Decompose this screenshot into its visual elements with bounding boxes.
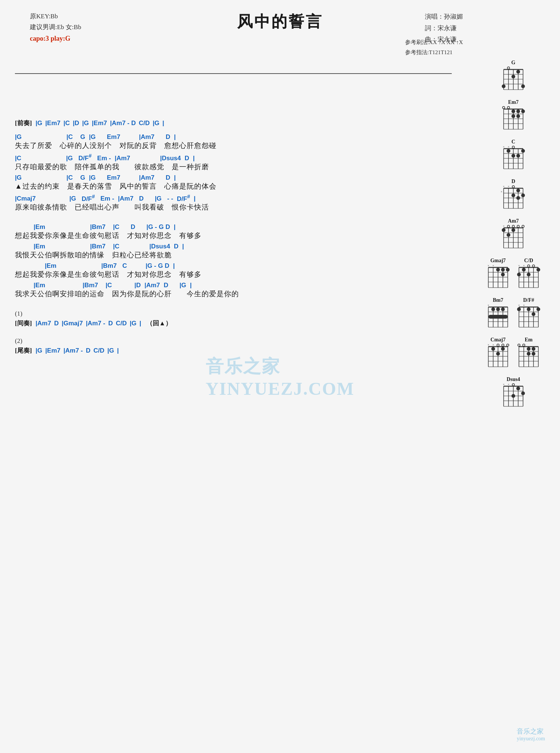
chord-line: |G |C G |G Em7 |Am7 D | bbox=[15, 174, 454, 182]
chord: C/D bbox=[139, 120, 150, 127]
svg-point-100 bbox=[501, 273, 505, 276]
chord: |G bbox=[35, 120, 42, 127]
svg-point-66 bbox=[516, 196, 520, 200]
chord: |Em bbox=[34, 282, 45, 289]
svg-point-27 bbox=[511, 109, 515, 113]
chord-grid-Gmaj7: × × bbox=[485, 264, 511, 291]
svg-point-98 bbox=[501, 268, 505, 272]
chord: |Bm7 bbox=[83, 282, 98, 289]
chord: |Bm7 bbox=[90, 243, 106, 250]
strum-info: 参考刷法:XX ↑X XX ↑X 参考指法:T121T121 bbox=[405, 37, 463, 58]
site-name-cn: 音乐之家 bbox=[517, 727, 545, 736]
lyrics: 我求天公伯啊安排咱的运命 因为你是阮的心肝 今生的爱是你的 bbox=[15, 289, 454, 299]
svg-point-29 bbox=[511, 114, 515, 118]
chord: | bbox=[190, 282, 192, 289]
chord-name-G: G bbox=[511, 60, 516, 66]
chord-grid-Em7 bbox=[500, 106, 527, 133]
chord: D bbox=[166, 174, 170, 182]
svg-point-63 bbox=[511, 193, 515, 197]
svg-point-181 bbox=[532, 347, 535, 351]
svg-point-115 bbox=[522, 268, 526, 272]
chord: |G bbox=[15, 174, 22, 182]
chord: |D bbox=[73, 120, 79, 127]
chord: |G bbox=[69, 195, 76, 202]
intro-line: [前奏] |G |Em7 |C |D |G |Em7 |Am7 - D C/D … bbox=[15, 119, 454, 127]
chord-line: |Cmaj7 |G D/F# Em - |Am7 D |G - - D/F# | bbox=[15, 193, 454, 203]
svg-point-183 bbox=[532, 352, 535, 356]
chord: |Am7 bbox=[139, 133, 155, 141]
chord-grid-Am7: × bbox=[500, 225, 527, 252]
chord-name-DFsharp: D/F# bbox=[523, 297, 534, 303]
chord: |Am7 - bbox=[86, 320, 105, 327]
chord-grid-Dsus4: × × bbox=[500, 383, 527, 410]
svg-point-68 bbox=[507, 225, 510, 227]
chord: |Bm7 bbox=[90, 223, 106, 231]
chord: |C bbox=[63, 120, 70, 127]
chord-name-C: C bbox=[511, 139, 515, 145]
chord: |Em bbox=[34, 223, 45, 231]
chord: | bbox=[162, 120, 164, 127]
chord: | bbox=[117, 347, 119, 354]
chord-line: |G |C G |G Em7 |Am7 D | bbox=[15, 133, 454, 141]
interlude-line: [间奏] |Am7 D |Gmaj7 |Am7 - D C/D |G | （回▲… bbox=[15, 319, 454, 328]
chord: |Am7 - D bbox=[110, 120, 136, 127]
chord-diagram-DFsharp: D/F# × × bbox=[515, 297, 542, 331]
svg-point-165 bbox=[491, 347, 495, 351]
svg-rect-130 bbox=[488, 315, 508, 319]
song-title: 风中的誓言 bbox=[15, 11, 545, 32]
chord: |C bbox=[66, 174, 73, 182]
chord: D bbox=[86, 347, 90, 354]
chord-name-Am7: Am7 bbox=[508, 218, 519, 224]
svg-point-99 bbox=[506, 268, 510, 272]
chord-name-Bm7: Bm7 bbox=[493, 297, 503, 303]
chord: D bbox=[108, 320, 113, 327]
svg-point-167 bbox=[501, 347, 505, 351]
chord: |G bbox=[130, 320, 137, 327]
svg-point-116 bbox=[536, 268, 540, 272]
svg-point-65 bbox=[521, 193, 525, 197]
svg-point-83 bbox=[511, 228, 515, 232]
svg-point-131 bbox=[491, 307, 495, 311]
chord: C/D bbox=[93, 347, 104, 354]
chord: |Dsus4 bbox=[160, 155, 181, 162]
svg-point-168 bbox=[518, 344, 520, 346]
lyrics: 只存咱最爱的歌 陪伴孤单的我 彼款感觉 是一种折磨 bbox=[15, 162, 454, 172]
chord: | bbox=[174, 174, 176, 182]
chord-name-CD: C/D bbox=[524, 258, 533, 264]
outro-label: [尾奏] bbox=[15, 346, 32, 355]
svg-point-169 bbox=[523, 344, 525, 346]
svg-point-64 bbox=[516, 189, 520, 192]
svg-point-46 bbox=[516, 154, 520, 158]
chord-diagram-Bm7: Bm7 × bbox=[485, 297, 511, 331]
chord: D bbox=[54, 320, 59, 327]
capo-info: capo:3 play:G bbox=[30, 33, 81, 44]
svg-point-45 bbox=[507, 149, 510, 153]
chord-row-bm7-df: Bm7 × bbox=[485, 297, 542, 331]
chord-diagram-Dsus4: Dsus4 × × bbox=[500, 376, 527, 410]
svg-point-118 bbox=[527, 273, 531, 276]
svg-point-182 bbox=[527, 352, 531, 356]
chord: |G bbox=[89, 133, 96, 141]
svg-point-82 bbox=[502, 228, 505, 232]
chord-grid-D: × × × bbox=[500, 185, 527, 212]
svg-text:×: × bbox=[501, 190, 503, 193]
svg-point-30 bbox=[516, 114, 520, 118]
svg-point-199 bbox=[521, 391, 525, 395]
svg-point-71 bbox=[522, 225, 524, 227]
svg-point-186 bbox=[512, 384, 514, 386]
chord: |Em7 bbox=[45, 120, 60, 127]
strum-pattern: 参考刷法:XX ↑X XX ↑X bbox=[405, 37, 463, 47]
intro-label: [前奏] bbox=[15, 119, 32, 127]
svg-point-133 bbox=[501, 307, 505, 311]
chord-diagram-Cmaj7: Cmaj7 × × bbox=[485, 337, 511, 371]
verse1-block: |G |C G |G Em7 |Am7 D | 失去了所爱 心碎的人没别个 对阮… bbox=[15, 133, 454, 212]
chord: | bbox=[173, 262, 175, 270]
lyrics: 想起我爱你亲像是生命彼句慰话 才知对你思念 有够多 bbox=[15, 270, 454, 279]
chord-diagram-Em: Em bbox=[515, 337, 542, 371]
chord: |G bbox=[108, 347, 114, 354]
svg-point-70 bbox=[517, 225, 519, 227]
chord: |Am7 bbox=[139, 174, 155, 182]
chord-name-Dsus4: Dsus4 bbox=[507, 376, 520, 382]
svg-point-198 bbox=[516, 387, 520, 390]
interlude-label: [间奏] bbox=[15, 319, 32, 328]
